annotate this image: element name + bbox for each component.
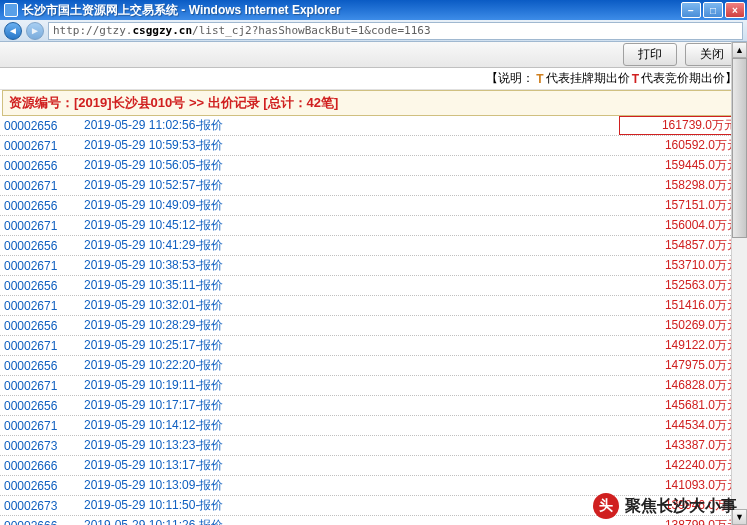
record-price: 161739.0万元 <box>619 116 739 135</box>
records-table: 000026562019-05-29 11:02:56-报价161739.0万元… <box>0 116 747 525</box>
watermark: 头 聚焦长沙大小事 <box>593 493 737 519</box>
record-time: 2019-05-29 10:13:17-报价 <box>84 457 619 474</box>
record-id: 00002656 <box>4 479 84 493</box>
record-price: 145681.0万元 <box>619 397 739 414</box>
record-id: 00002671 <box>4 139 84 153</box>
record-price: 150269.0万元 <box>619 317 739 334</box>
close-window-button[interactable]: × <box>725 2 745 18</box>
table-row: 000026562019-05-29 10:49:09-报价157151.0万元 <box>0 196 747 216</box>
record-time: 2019-05-29 10:14:12-报价 <box>84 417 619 434</box>
record-id: 00002671 <box>4 339 84 353</box>
record-time: 2019-05-29 10:38:53-报价 <box>84 257 619 274</box>
record-id: 00002671 <box>4 299 84 313</box>
legend-label-listing: 代表挂牌期出价 <box>546 70 630 87</box>
vertical-scrollbar[interactable]: ▲ ▼ <box>731 42 747 525</box>
record-price: 153710.0万元 <box>619 257 739 274</box>
record-id: 00002666 <box>4 459 84 473</box>
record-time: 2019-05-29 10:13:23-报价 <box>84 437 619 454</box>
table-row: 000026712019-05-29 10:59:53-报价160592.0万元 <box>0 136 747 156</box>
record-price: 158298.0万元 <box>619 177 739 194</box>
record-time: 2019-05-29 10:56:05-报价 <box>84 157 619 174</box>
table-row: 000026712019-05-29 10:25:17-报价149122.0万元 <box>0 336 747 356</box>
record-time: 2019-05-29 10:11:50-报价 <box>84 497 619 514</box>
record-time: 2019-05-29 10:25:17-报价 <box>84 337 619 354</box>
maximize-button[interactable]: □ <box>703 2 723 18</box>
record-time: 2019-05-29 10:28:29-报价 <box>84 317 619 334</box>
record-id: 00002671 <box>4 179 84 193</box>
table-row: 000026562019-05-29 10:17:17-报价145681.0万元 <box>0 396 747 416</box>
record-price: 142240.0万元 <box>619 457 739 474</box>
legend-row: 【说明： T 代表挂牌期出价 T 代表竞价期出价】 <box>0 68 747 90</box>
table-row: 000026712019-05-29 10:19:11-报价146828.0万元 <box>0 376 747 396</box>
table-row: 000026562019-05-29 10:41:29-报价154857.0万元 <box>0 236 747 256</box>
table-row: 000026712019-05-29 10:45:12-报价156004.0万元 <box>0 216 747 236</box>
record-time: 2019-05-29 10:41:29-报价 <box>84 237 619 254</box>
table-row: 000026562019-05-29 10:22:20-报价147975.0万元 <box>0 356 747 376</box>
table-row: 000026712019-05-29 10:38:53-报价153710.0万元 <box>0 256 747 276</box>
record-price: 159445.0万元 <box>619 157 739 174</box>
record-id: 00002656 <box>4 119 84 133</box>
record-price: 152563.0万元 <box>619 277 739 294</box>
forward-button[interactable]: ► <box>26 22 44 40</box>
legend-label-bidding: 代表竞价期出价】 <box>641 70 737 87</box>
minimize-button[interactable]: − <box>681 2 701 18</box>
table-row: 000026562019-05-29 10:28:29-报价150269.0万元 <box>0 316 747 336</box>
url-input[interactable]: http://gtzy.csggzy.cn/list_cj2?hasShowBa… <box>48 22 743 40</box>
record-time: 2019-05-29 10:35:11-报价 <box>84 277 619 294</box>
record-id: 00002666 <box>4 519 84 526</box>
record-time: 2019-05-29 10:19:11-报价 <box>84 377 619 394</box>
record-price: 146828.0万元 <box>619 377 739 394</box>
table-row: 000026712019-05-29 10:52:57-报价158298.0万元 <box>0 176 747 196</box>
scroll-up-button[interactable]: ▲ <box>732 42 747 58</box>
table-row: 000026732019-05-29 10:13:23-报价143387.0万元 <box>0 436 747 456</box>
record-time: 2019-05-29 10:52:57-报价 <box>84 177 619 194</box>
record-id: 00002671 <box>4 419 84 433</box>
record-price: 141093.0万元 <box>619 477 739 494</box>
window-controls: − □ × <box>681 2 745 18</box>
window-titlebar: 长沙市国土资源网上交易系统 - Windows Internet Explore… <box>0 0 747 20</box>
record-time: 2019-05-29 10:45:12-报价 <box>84 217 619 234</box>
record-id: 00002656 <box>4 399 84 413</box>
record-id: 00002671 <box>4 379 84 393</box>
record-time: 2019-05-29 10:49:09-报价 <box>84 197 619 214</box>
record-price: 154857.0万元 <box>619 237 739 254</box>
url-domain: csggzy.cn <box>132 24 192 37</box>
legend-t-listing-icon: T <box>536 72 543 86</box>
table-row: 000026562019-05-29 11:02:56-报价161739.0万元 <box>0 116 747 136</box>
record-price: 151416.0万元 <box>619 297 739 314</box>
record-id: 00002671 <box>4 219 84 233</box>
table-row: 000026562019-05-29 10:35:11-报价152563.0万元 <box>0 276 747 296</box>
ie-icon <box>4 3 18 17</box>
record-id: 00002673 <box>4 499 84 513</box>
url-path: /list_cj2?hasShowBackBut=1&code=1163 <box>192 24 430 37</box>
record-id: 00002673 <box>4 439 84 453</box>
record-price: 144534.0万元 <box>619 417 739 434</box>
record-id: 00002656 <box>4 239 84 253</box>
print-button[interactable]: 打印 <box>623 43 677 66</box>
record-time: 2019-05-29 11:02:56-报价 <box>84 117 619 134</box>
table-row: 000026562019-05-29 10:56:05-报价159445.0万元 <box>0 156 747 176</box>
record-id: 00002671 <box>4 259 84 273</box>
record-price: 143387.0万元 <box>619 437 739 454</box>
address-bar: ◄ ► http://gtzy.csggzy.cn/list_cj2?hasSh… <box>0 20 747 42</box>
record-id: 00002656 <box>4 159 84 173</box>
record-price: 147975.0万元 <box>619 357 739 374</box>
record-price: 160592.0万元 <box>619 137 739 154</box>
record-time: 2019-05-29 10:22:20-报价 <box>84 357 619 374</box>
legend-t-bidding-icon: T <box>632 72 639 86</box>
watermark-text: 聚焦长沙大小事 <box>625 496 737 517</box>
page-toolbar: 打印 关闭 <box>0 42 747 68</box>
record-time: 2019-05-29 10:13:09-报价 <box>84 477 619 494</box>
back-button[interactable]: ◄ <box>4 22 22 40</box>
record-id: 00002656 <box>4 279 84 293</box>
record-id: 00002656 <box>4 319 84 333</box>
record-price: 156004.0万元 <box>619 217 739 234</box>
record-price: 149122.0万元 <box>619 337 739 354</box>
table-row: 000026712019-05-29 10:32:01-报价151416.0万元 <box>0 296 747 316</box>
window-title: 长沙市国土资源网上交易系统 - Windows Internet Explore… <box>22 2 341 19</box>
legend-open: 【说明： <box>486 70 534 87</box>
scroll-thumb[interactable] <box>732 58 747 238</box>
titlebar-left: 长沙市国土资源网上交易系统 - Windows Internet Explore… <box>2 2 341 19</box>
watermark-icon: 头 <box>593 493 619 519</box>
record-id: 00002656 <box>4 359 84 373</box>
